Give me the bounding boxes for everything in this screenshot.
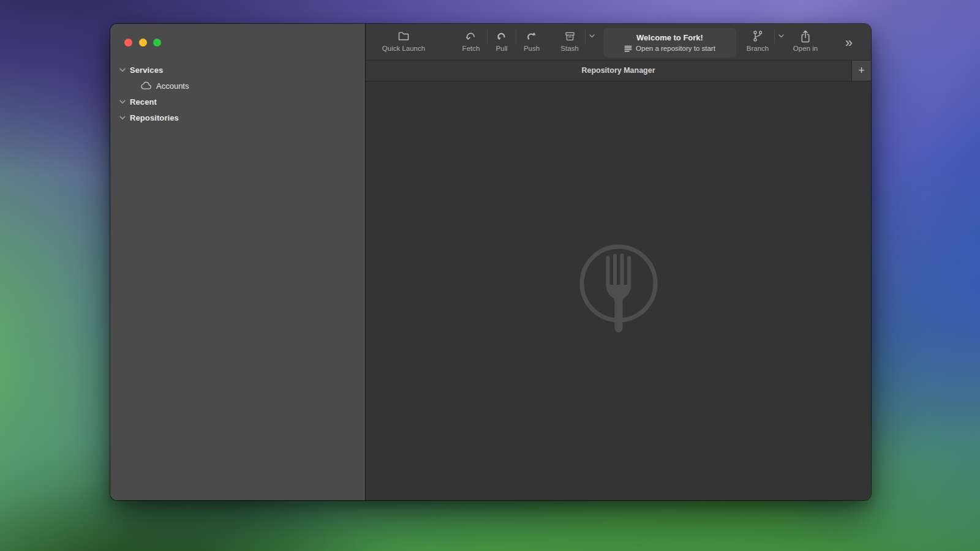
sidebar-item-label: Services [130,66,163,75]
pull-button[interactable]: Pull [492,28,511,53]
toolbar-item-label: Branch [747,45,769,53]
fetch-button[interactable]: Fetch [460,28,482,53]
share-icon [799,28,812,44]
branch-dropdown-chevron-icon[interactable] [778,34,784,38]
toolbar-item-label: Fetch [462,45,480,53]
toolbar-separator [487,29,488,44]
sidebar-item-recent[interactable]: Recent [110,94,365,110]
push-button[interactable]: Push [521,28,542,53]
sidebar-item-accounts[interactable]: Accounts [110,78,365,94]
sidebar-item-services[interactable]: Services [110,62,365,78]
fork-app-window: Services Accounts Recent Repositories [110,24,871,500]
toolbar-separator [774,30,775,43]
toolbar-item-label: Open in [793,45,818,53]
chevron-down-icon[interactable] [119,99,126,104]
toolbar-item-label: Pull [496,45,507,53]
sidebar-item-label: Accounts [156,81,189,91]
fetch-arrow-icon [464,28,478,44]
toolbar-item-label: Push [524,45,540,53]
sidebar-tree: Services Accounts Recent Repositories [110,62,365,126]
new-tab-button[interactable]: + [851,61,871,81]
toolbar-overflow-button[interactable]: » [845,36,853,50]
toolbar-separator [516,29,516,44]
tab-repository-manager[interactable]: Repository Manager [366,61,871,81]
sidebar-item-label: Repositories [130,113,179,122]
content-area [366,81,871,500]
sidebar-item-label: Recent [130,97,157,107]
stash-button[interactable]: Stash [558,28,581,53]
close-button[interactable] [124,39,132,47]
stash-box-icon [564,28,576,44]
toolbar: Quick Launch Fetch [366,24,871,61]
stash-dropdown-chevron-icon[interactable] [589,34,595,38]
list-lines-icon [624,45,632,52]
main-pane: Quick Launch Fetch [366,24,871,500]
status-subtitle: Open a repository to start [636,44,715,53]
toolbar-item-label: Quick Launch [382,45,425,53]
sidebar-item-repositories[interactable]: Repositories [110,110,365,126]
toolbar-item-label: Stash [560,45,578,53]
pull-arrow-icon [495,28,508,44]
push-arrow-icon [525,28,538,44]
toolbar-separator [585,30,586,43]
chevron-down-icon[interactable] [119,115,126,120]
branch-button[interactable]: Branch [745,28,771,53]
git-branch-icon [752,28,764,44]
status-title: Welcome to Fork! [636,32,703,43]
fork-logo [578,244,660,337]
status-subtitle-row: Open a repository to start [624,44,715,53]
cloud-icon [140,81,152,90]
quick-launch-button[interactable]: Quick Launch [377,28,431,53]
tab-bar: Repository Manager + [366,61,871,81]
open-in-button[interactable]: Open in [790,28,821,53]
zoom-button[interactable] [153,39,161,47]
chevron-down-icon[interactable] [119,67,126,72]
folder-icon [397,28,410,44]
status-panel: Welcome to Fork! Open a repository to st… [603,28,736,58]
minimize-button[interactable] [139,39,147,47]
sidebar: Services Accounts Recent Repositories [110,24,366,500]
